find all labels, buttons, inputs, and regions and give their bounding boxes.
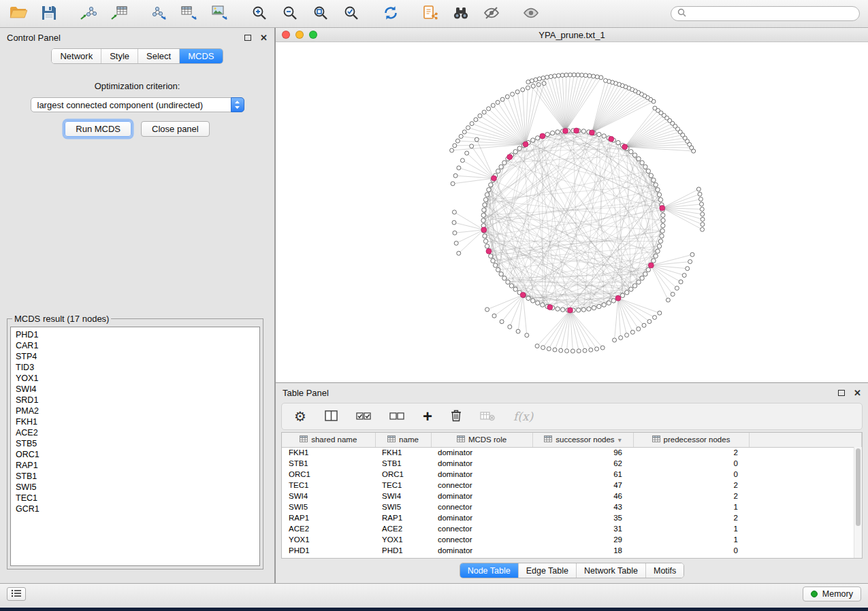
table-row[interactable]: ACE2ACE2connector311	[282, 523, 862, 534]
table-row[interactable]: ORC1ORC1dominator610	[282, 469, 862, 480]
table-row[interactable]: YOX1YOX1connector291	[282, 534, 862, 545]
mcds-result-item[interactable]: STB1	[16, 471, 259, 482]
mcds-result-item[interactable]: TID3	[16, 362, 259, 373]
cell: 61	[532, 469, 633, 480]
column-header-predecessor-nodes[interactable]: predecessor nodes	[633, 433, 749, 447]
mcds-result-item[interactable]: CAR1	[16, 340, 259, 351]
search-network-button[interactable]	[451, 4, 471, 23]
show-columns-button[interactable]	[325, 410, 338, 423]
share-document-button[interactable]	[420, 4, 440, 23]
table-row[interactable]: TEC1TEC1connector472	[282, 480, 862, 491]
window-minimize-icon[interactable]	[295, 31, 304, 39]
mcds-result-item[interactable]: ACE2	[16, 427, 259, 438]
close-panel-button[interactable]: Close panel	[141, 121, 210, 137]
cell: STB1	[375, 458, 431, 469]
table-row[interactable]: SWI4SWI4dominator462	[282, 491, 862, 501]
select-all-button[interactable]	[356, 410, 371, 423]
tab-select[interactable]: Select	[138, 49, 179, 63]
optimization-select[interactable]: largest connected component (undirected)	[31, 97, 244, 112]
mcds-result-item[interactable]: STB5	[16, 438, 259, 449]
import-group	[78, 4, 129, 23]
mcds-result-item[interactable]: SWI5	[16, 482, 259, 493]
table-panel: Table Panel ✕ ⚙ + f(x)	[276, 382, 868, 583]
zoom-fit-button[interactable]	[310, 4, 331, 23]
import-table-button[interactable]	[109, 4, 129, 23]
search-input[interactable]	[690, 9, 853, 18]
control-panel: Control Panel ✕ NetworkStyleSelectMCDS O…	[0, 28, 275, 583]
network-titlebar: YPA_prune.txt_1	[276, 28, 868, 42]
mcds-result-group: MCDS result (17 nodes) PHD1CAR1STP4TID3Y…	[7, 314, 263, 569]
mcds-result-item[interactable]: YOX1	[16, 373, 259, 384]
delete-column-button[interactable]	[451, 409, 462, 424]
mcds-result-item[interactable]: PMA2	[16, 406, 259, 416]
table-row[interactable]: STB1STB1dominator620	[282, 458, 862, 469]
scrollbar-thumb[interactable]	[856, 448, 861, 526]
zoom-in-icon	[251, 5, 268, 23]
mcds-result-item[interactable]: RAP1	[16, 460, 259, 471]
float-table-panel-icon[interactable]	[838, 390, 845, 396]
memory-button[interactable]: Memory	[803, 587, 861, 601]
float-panel-icon[interactable]	[244, 35, 251, 41]
column-header-MCDS-role[interactable]: MCDS role	[431, 433, 532, 447]
save-session-button[interactable]	[39, 4, 59, 23]
table-row[interactable]: RAP1RAP1dominator352	[282, 512, 862, 523]
window-maximize-icon[interactable]	[309, 31, 317, 39]
mcds-result-item[interactable]: PHD1	[16, 329, 259, 340]
cell: 29	[532, 534, 633, 545]
table-scrollbar[interactable]	[854, 447, 862, 558]
tab-node-table[interactable]: Node Table	[460, 563, 518, 578]
cell: 18	[532, 545, 633, 556]
search-box[interactable]	[671, 6, 860, 21]
zoom-selected-button[interactable]	[341, 4, 361, 23]
tab-mcds[interactable]: MCDS	[179, 49, 222, 63]
column-header-filler	[749, 433, 862, 447]
open-folder-icon	[10, 5, 27, 22]
status-list-button[interactable]	[7, 587, 26, 601]
open-session-button[interactable]	[8, 4, 29, 23]
import-network-button[interactable]	[78, 4, 99, 23]
zoom-in-button[interactable]	[249, 4, 270, 23]
cell: dominator	[431, 512, 532, 523]
window-close-icon[interactable]	[282, 31, 290, 39]
table-settings-button[interactable]: ⚙	[294, 410, 306, 423]
table-row[interactable]: FKH1FKH1dominator962	[282, 447, 862, 458]
mcds-result-item[interactable]: TEC1	[16, 493, 259, 503]
cell: connector	[431, 480, 532, 491]
mcds-result-item[interactable]: SRD1	[16, 395, 259, 406]
export-network-button[interactable]	[148, 4, 169, 23]
apply-layout-button[interactable]	[381, 4, 401, 23]
cell-filler	[749, 480, 862, 491]
cell: YOX1	[282, 534, 375, 545]
mcds-result-item[interactable]: ORC1	[16, 449, 259, 460]
column-header-successor-nodes[interactable]: successor nodes▾	[532, 433, 633, 447]
show-graphics-button[interactable]	[521, 4, 541, 23]
column-header-name[interactable]: name	[375, 433, 431, 447]
table-row[interactable]: PHD1PHD1dominator180	[282, 545, 862, 556]
table-row[interactable]: SWI5SWI5connector431	[282, 501, 862, 512]
function-icon: f(x)	[513, 410, 533, 423]
tab-style[interactable]: Style	[101, 49, 138, 63]
zoom-out-button[interactable]	[280, 4, 300, 23]
mcds-result-item[interactable]: STP4	[16, 351, 259, 362]
mcds-result-item[interactable]: FKH1	[16, 416, 259, 427]
deselect-all-button[interactable]	[389, 410, 404, 423]
close-table-panel-icon[interactable]: ✕	[854, 389, 861, 397]
tab-network-table[interactable]: Network Table	[576, 563, 645, 578]
export-image-button[interactable]	[210, 4, 230, 23]
optimization-select-value: largest connected component (undirected)	[37, 100, 204, 110]
close-panel-icon[interactable]: ✕	[260, 33, 268, 42]
tab-network[interactable]: Network	[52, 49, 101, 63]
column-header-shared-name[interactable]: shared name	[282, 433, 375, 447]
network-canvas[interactable]	[276, 42, 868, 382]
cell-filler	[749, 458, 862, 469]
cell: SWI4	[375, 491, 431, 501]
run-mcds-button[interactable]: Run MCDS	[65, 121, 131, 137]
network-graph[interactable]	[276, 42, 868, 382]
export-table-button[interactable]	[179, 4, 199, 23]
mcds-result-item[interactable]: GCR1	[16, 503, 259, 514]
hide-selected-button[interactable]	[481, 4, 502, 23]
add-column-button[interactable]: +	[423, 408, 432, 425]
mcds-result-item[interactable]: SWI4	[16, 384, 259, 395]
tab-edge-table[interactable]: Edge Table	[518, 563, 576, 578]
tab-motifs[interactable]: Motifs	[645, 563, 684, 578]
